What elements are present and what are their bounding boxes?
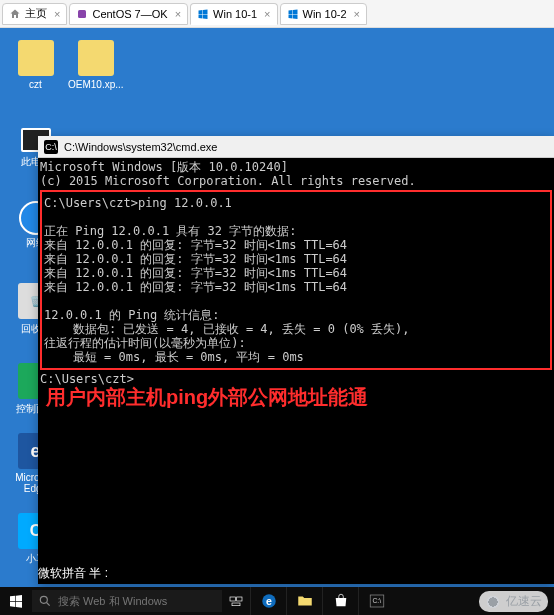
- folder-icon: [18, 40, 54, 76]
- taskbar-cmd[interactable]: C:\: [358, 587, 394, 615]
- svg-rect-3: [230, 597, 235, 601]
- annotation-text: 用户内部主机ping外部公网地址能通: [46, 390, 552, 404]
- cmd-title-text: C:\Windows\system32\cmd.exe: [64, 141, 217, 153]
- svg-text:e: e: [266, 595, 272, 607]
- task-view-icon: [228, 593, 244, 609]
- svg-rect-4: [237, 597, 242, 601]
- svg-line-2: [47, 603, 50, 606]
- cmd-line: 来自 12.0.0.1 的回复: 字节=32 时间<1ms TTL=64: [44, 238, 347, 252]
- close-icon[interactable]: ×: [54, 8, 60, 20]
- cmd-line: 最短 = 0ms, 最长 = 0ms, 平均 = 0ms: [44, 350, 304, 364]
- taskbar-search[interactable]: [32, 590, 222, 612]
- linux-icon: [76, 8, 88, 20]
- svg-rect-5: [232, 603, 240, 606]
- taskbar-edge[interactable]: e: [250, 587, 286, 615]
- windows-icon: [287, 8, 299, 20]
- highlighted-ping-output: C:\Users\czt>ping 12.0.0.1 正在 Ping 12.0.…: [40, 190, 552, 370]
- tab-label: Win 10-1: [213, 8, 257, 20]
- ime-status: 微软拼音 半 :: [38, 563, 108, 583]
- cmd-line: Microsoft Windows [版本 10.0.10240]: [40, 160, 288, 174]
- svg-rect-0: [78, 10, 86, 18]
- cmd-titlebar[interactable]: C:\ C:\Windows\system32\cmd.exe: [38, 136, 554, 158]
- tab-label: CentOS 7—OK: [92, 8, 167, 20]
- watermark-logo-icon: [485, 594, 501, 610]
- cmd-line: 往返行程的估计时间(以毫秒为单位):: [44, 336, 246, 350]
- cmd-line: C:\Users\czt>: [40, 372, 134, 386]
- close-icon[interactable]: ×: [175, 8, 181, 20]
- icon-label: czt: [8, 79, 63, 90]
- tab-win10-1[interactable]: Win 10-1 ×: [190, 3, 277, 25]
- svg-text:C:\: C:\: [372, 597, 381, 604]
- cmd-line: 12.0.0.1 的 Ping 统计信息:: [44, 308, 220, 322]
- cmd-line: 来自 12.0.0.1 的回复: 字节=32 时间<1ms TTL=64: [44, 266, 347, 280]
- folder-icon: [296, 592, 314, 610]
- home-icon: [9, 8, 21, 20]
- cmd-output[interactable]: Microsoft Windows [版本 10.0.10240] (c) 20…: [38, 158, 554, 584]
- desktop-folder-oem[interactable]: OEM10.xp...: [68, 40, 123, 90]
- cmd-icon: C:\: [44, 140, 58, 154]
- cmd-line: 来自 12.0.0.1 的回复: 字节=32 时间<1ms TTL=64: [44, 252, 347, 266]
- taskbar-explorer[interactable]: [286, 587, 322, 615]
- folder-icon: [78, 40, 114, 76]
- cmd-window[interactable]: C:\ C:\Windows\system32\cmd.exe Microsof…: [38, 136, 554, 584]
- taskbar-store[interactable]: [322, 587, 358, 615]
- windows-desktop: czt OEM10.xp... 此电脑 网络 🗑️ 回收站 控制面板 e Mic…: [0, 28, 554, 587]
- tab-win10-2[interactable]: Win 10-2 ×: [280, 3, 367, 25]
- close-icon[interactable]: ×: [264, 8, 270, 20]
- cmd-line: C:\Users\czt>ping 12.0.0.1: [44, 196, 232, 210]
- start-button[interactable]: [0, 587, 32, 615]
- cmd-line: (c) 2015 Microsoft Corporation. All righ…: [40, 174, 416, 188]
- tab-label: 主页: [25, 6, 47, 21]
- cmd-line: 正在 Ping 12.0.0.1 具有 32 字节的数据:: [44, 224, 297, 238]
- edge-icon: e: [260, 592, 278, 610]
- tab-centos[interactable]: CentOS 7—OK ×: [69, 3, 188, 25]
- windows-taskbar: e C:\: [0, 587, 554, 615]
- task-view-button[interactable]: [222, 587, 250, 615]
- close-icon[interactable]: ×: [354, 8, 360, 20]
- svg-point-1: [40, 596, 47, 603]
- icon-label: OEM10.xp...: [68, 79, 123, 90]
- cmd-icon: C:\: [368, 592, 386, 610]
- watermark-text: 亿速云: [506, 593, 542, 610]
- store-icon: [332, 592, 350, 610]
- ime-text: 微软拼音 半 :: [38, 565, 108, 582]
- tab-label: Win 10-2: [303, 8, 347, 20]
- vm-tabbar: 主页 × CentOS 7—OK × Win 10-1 × Win 10-2 ×: [0, 0, 554, 28]
- cmd-line: 数据包: 已发送 = 4, 已接收 = 4, 丢失 = 0 (0% 丢失),: [44, 322, 410, 336]
- search-icon: [38, 594, 52, 608]
- desktop-folder-czt[interactable]: czt: [8, 40, 63, 90]
- windows-icon: [197, 8, 209, 20]
- watermark: 亿速云: [479, 591, 548, 612]
- cmd-line: 来自 12.0.0.1 的回复: 字节=32 时间<1ms TTL=64: [44, 280, 347, 294]
- windows-logo-icon: [8, 593, 24, 609]
- tab-home[interactable]: 主页 ×: [2, 3, 67, 25]
- search-input[interactable]: [58, 595, 216, 607]
